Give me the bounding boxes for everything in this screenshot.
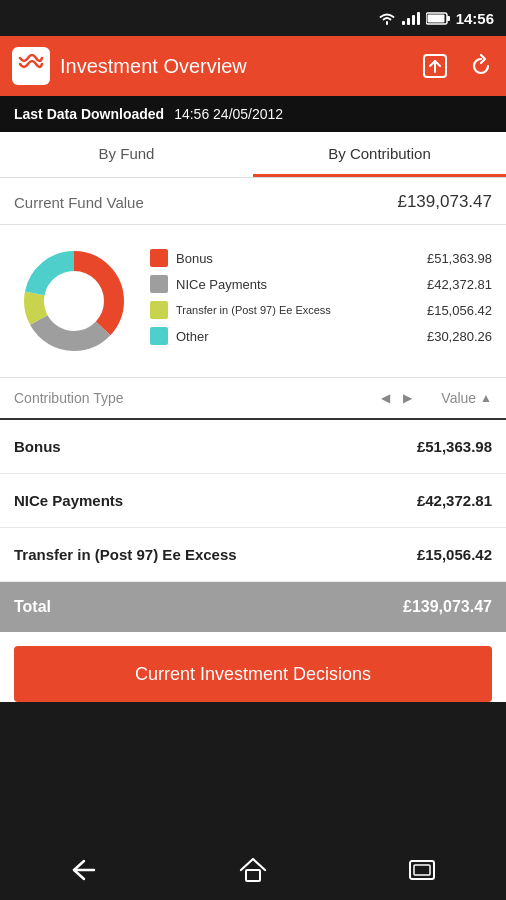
export-button[interactable]	[422, 53, 448, 79]
svg-rect-9	[246, 870, 260, 881]
status-time: 14:56	[456, 10, 494, 27]
nav-arrows: ◀ ▶	[375, 388, 417, 408]
wifi-icon	[378, 11, 396, 25]
fund-value-label: Current Fund Value	[14, 194, 144, 211]
legend-color-other	[150, 327, 168, 345]
fund-value-row: Current Fund Value £139,073.47	[0, 178, 506, 225]
legend-item-transfer: Transfer in (Post 97) Ee Excess £15,056.…	[150, 301, 492, 319]
header-actions	[422, 53, 494, 79]
legend-label-transfer: Transfer in (Post 97) Ee Excess	[176, 304, 427, 316]
arrow-right-btn[interactable]: ▶	[397, 388, 417, 408]
legend-value-nice: £42,372.81	[427, 277, 492, 292]
contribution-name-2: Transfer in (Post 97) Ee Excess	[14, 546, 237, 563]
value-header: Value ▲	[441, 390, 492, 406]
tabs-bar: By Fund By Contribution	[0, 132, 506, 178]
arrow-left-btn[interactable]: ◀	[375, 388, 395, 408]
home-button[interactable]	[215, 849, 291, 891]
chart-section: Bonus £51,363.98 NICe Payments £42,372.8…	[0, 225, 506, 378]
svg-rect-1	[447, 16, 450, 21]
legend-label-other: Other	[176, 329, 427, 344]
chart-legend: Bonus £51,363.98 NICe Payments £42,372.8…	[150, 249, 492, 353]
bottom-nav	[0, 840, 506, 900]
last-data-bar: Last Data Downloaded 14:56 24/05/2012	[0, 96, 506, 132]
last-data-label: Last Data Downloaded	[14, 106, 164, 122]
value-header-label: Value	[441, 390, 476, 406]
contribution-row-2: Transfer in (Post 97) Ee Excess £15,056.…	[0, 528, 506, 582]
legend-item-nice: NICe Payments £42,372.81	[150, 275, 492, 293]
fund-value-amount: £139,073.47	[397, 192, 492, 212]
contribution-amount-2: £15,056.42	[417, 546, 492, 563]
battery-icon	[426, 12, 450, 25]
contribution-row-0: Bonus £51,363.98	[0, 420, 506, 474]
total-row: Total £139,073.47	[0, 582, 506, 632]
signal-icon	[402, 11, 420, 25]
refresh-button[interactable]	[468, 53, 494, 79]
sort-icon[interactable]: ▲	[480, 391, 492, 405]
header-title: Investment Overview	[60, 55, 247, 78]
legend-label-nice: NICe Payments	[176, 277, 427, 292]
contribution-name-0: Bonus	[14, 438, 61, 455]
svg-rect-11	[414, 865, 430, 875]
legend-color-bonus	[150, 249, 168, 267]
donut-chart	[14, 241, 134, 361]
legend-item-other: Other £30,280.26	[150, 327, 492, 345]
contribution-header: Contribution Type ◀ ▶ Value ▲	[0, 378, 506, 420]
legend-value-transfer: £15,056.42	[427, 303, 492, 318]
contribution-amount-1: £42,372.81	[417, 492, 492, 509]
legend-label-bonus: Bonus	[176, 251, 427, 266]
status-bar: 14:56	[0, 0, 506, 36]
status-icons: 14:56	[378, 10, 494, 27]
legend-color-transfer	[150, 301, 168, 319]
back-button[interactable]	[46, 851, 122, 889]
legend-color-nice	[150, 275, 168, 293]
tab-by-contribution[interactable]: By Contribution	[253, 132, 506, 177]
svg-rect-2	[427, 14, 444, 22]
recent-button[interactable]	[384, 851, 460, 889]
app-logo	[12, 47, 50, 85]
main-content: Current Fund Value £139,073.47 Bonus £51…	[0, 178, 506, 702]
logo-icon	[18, 54, 44, 79]
cta-button[interactable]: Current Investment Decisions	[14, 646, 492, 702]
svg-point-8	[47, 274, 101, 328]
legend-value-bonus: £51,363.98	[427, 251, 492, 266]
legend-value-other: £30,280.26	[427, 329, 492, 344]
contribution-row-1: NICe Payments £42,372.81	[0, 474, 506, 528]
header-left: Investment Overview	[12, 47, 247, 85]
app-header: Investment Overview	[0, 36, 506, 96]
total-amount: £139,073.47	[403, 598, 492, 616]
contribution-name-1: NICe Payments	[14, 492, 123, 509]
tab-by-fund[interactable]: By Fund	[0, 132, 253, 177]
contribution-amount-0: £51,363.98	[417, 438, 492, 455]
total-label: Total	[14, 598, 51, 616]
legend-item-bonus: Bonus £51,363.98	[150, 249, 492, 267]
last-data-value: 14:56 24/05/2012	[174, 106, 283, 122]
contribution-type-label: Contribution Type	[14, 390, 375, 406]
